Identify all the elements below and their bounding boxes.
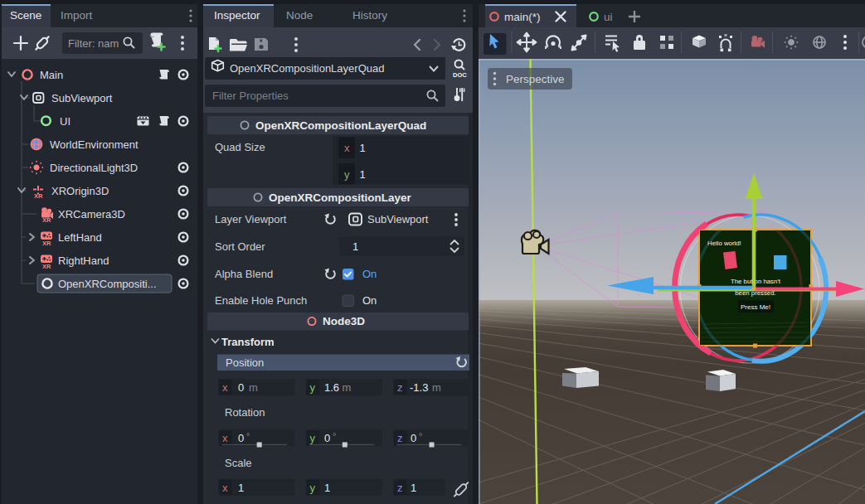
svg-text:x: x	[344, 142, 350, 154]
svg-text:DOC: DOC	[453, 71, 467, 79]
svg-text:Quad Size: Quad Size	[215, 141, 265, 153]
svg-text:LeftHand: LeftHand	[58, 231, 102, 244]
svg-text:z: z	[397, 432, 403, 444]
svg-text:OpenXRCompositionLayerQuad: OpenXRCompositionLayerQuad	[255, 119, 426, 132]
svg-text:1: 1	[360, 168, 366, 181]
svg-text:1: 1	[411, 482, 416, 494]
svg-text:x: x	[222, 432, 228, 444]
svg-text:1: 1	[360, 142, 366, 154]
svg-text:Filter: nam: Filter: nam	[68, 37, 119, 50]
svg-text:z: z	[397, 482, 403, 494]
svg-text:XR: XR	[42, 240, 51, 247]
svg-text:Layer Viewport: Layer Viewport	[215, 213, 287, 225]
svg-text:On: On	[362, 268, 377, 280]
svg-text:1.6: 1.6	[324, 381, 339, 394]
svg-text:Main: Main	[40, 69, 63, 81]
svg-text:y: y	[310, 381, 316, 394]
svg-text:OpenXRCompositi...: OpenXRCompositi...	[58, 278, 157, 290]
svg-text:Alpha Blend: Alpha Blend	[215, 268, 273, 280]
svg-text:Transform: Transform	[221, 336, 275, 348]
svg-text:XR: XR	[34, 192, 43, 200]
svg-text:ui: ui	[604, 11, 613, 23]
svg-text:°: °	[246, 431, 250, 441]
svg-text:XROrigin3D: XROrigin3D	[51, 185, 109, 197]
svg-text:°: °	[419, 431, 422, 441]
svg-text:WorldEnvironment: WorldEnvironment	[50, 138, 138, 151]
svg-text:SubViewport: SubViewport	[367, 213, 429, 225]
svg-text:UI: UI	[60, 115, 70, 128]
svg-text:Position: Position	[226, 356, 264, 369]
svg-text:y: y	[310, 482, 316, 494]
svg-text:-1.3: -1.3	[410, 381, 428, 394]
svg-text:1: 1	[352, 240, 358, 253]
svg-text:Node3D: Node3D	[323, 315, 365, 327]
svg-text:Sort Order: Sort Order	[215, 240, 265, 253]
svg-text:y: y	[310, 432, 316, 444]
svg-text:1: 1	[324, 482, 330, 494]
svg-text:Enable Hole Punch: Enable Hole Punch	[215, 294, 307, 307]
svg-text:Hello world!: Hello world!	[707, 240, 741, 247]
svg-text:Perspective: Perspective	[506, 73, 565, 85]
svg-text:m: m	[249, 381, 258, 394]
svg-text:OpenXRCompositionLayer: OpenXRCompositionLayer	[269, 191, 412, 204]
svg-text:On: On	[362, 294, 377, 307]
svg-text:1: 1	[238, 482, 244, 494]
svg-text:m: m	[432, 381, 441, 394]
svg-text:The button hasn't: The button hasn't	[731, 278, 781, 285]
svg-text:XR: XR	[42, 263, 51, 270]
svg-text:0: 0	[324, 432, 330, 444]
svg-text:0: 0	[238, 381, 244, 394]
svg-text:°: °	[333, 431, 336, 441]
svg-text:0: 0	[238, 432, 244, 444]
svg-text:m: m	[343, 381, 352, 394]
svg-text:RightHand: RightHand	[58, 254, 109, 267]
svg-text:Rotation: Rotation	[225, 406, 265, 419]
svg-text:main(*): main(*)	[504, 11, 541, 23]
svg-text:OpenXRCompositionLayerQuad: OpenXRCompositionLayerQuad	[230, 62, 384, 75]
svg-text:x: x	[222, 381, 228, 394]
svg-text:XR: XR	[42, 216, 51, 224]
svg-text:Scale: Scale	[225, 457, 252, 469]
svg-text:0: 0	[411, 432, 416, 444]
svg-text:y: y	[344, 168, 350, 181]
svg-text:x: x	[222, 482, 228, 494]
svg-text:Press Me!: Press Me!	[741, 303, 770, 311]
svg-text:XRCamera3D: XRCamera3D	[58, 208, 125, 220]
svg-text:SubViewport: SubViewport	[51, 92, 113, 104]
svg-text:z: z	[397, 381, 403, 394]
svg-text:Filter Properties: Filter Properties	[212, 90, 289, 102]
svg-text:DirectionalLight3D: DirectionalLight3D	[50, 162, 138, 174]
